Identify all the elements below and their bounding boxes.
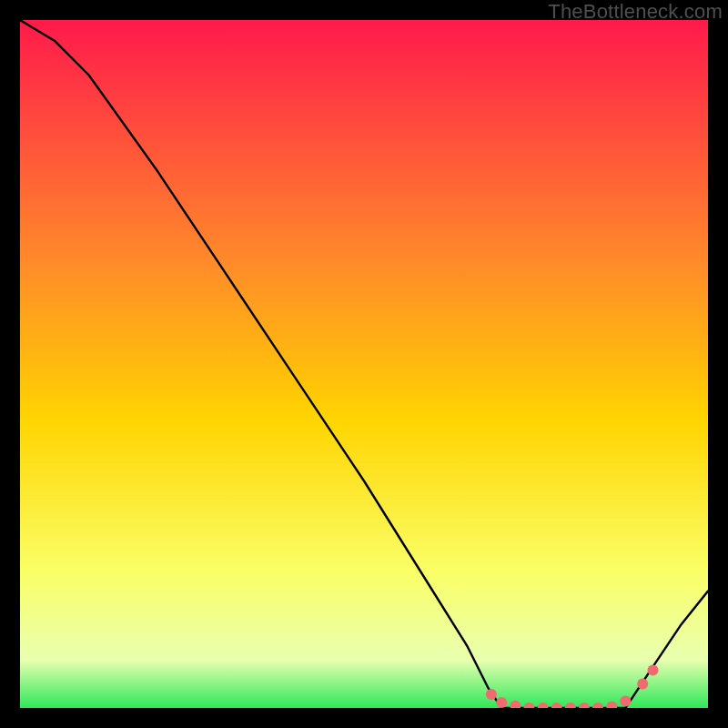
chart-svg — [20, 20, 708, 708]
chart-stage: TheBottleneck.com — [0, 0, 728, 728]
trough-dot — [637, 679, 648, 690]
plot-area — [20, 20, 708, 708]
trough-dot — [620, 695, 631, 706]
trough-dot — [648, 664, 659, 675]
trough-dot — [486, 689, 497, 700]
trough-dot — [496, 697, 507, 708]
